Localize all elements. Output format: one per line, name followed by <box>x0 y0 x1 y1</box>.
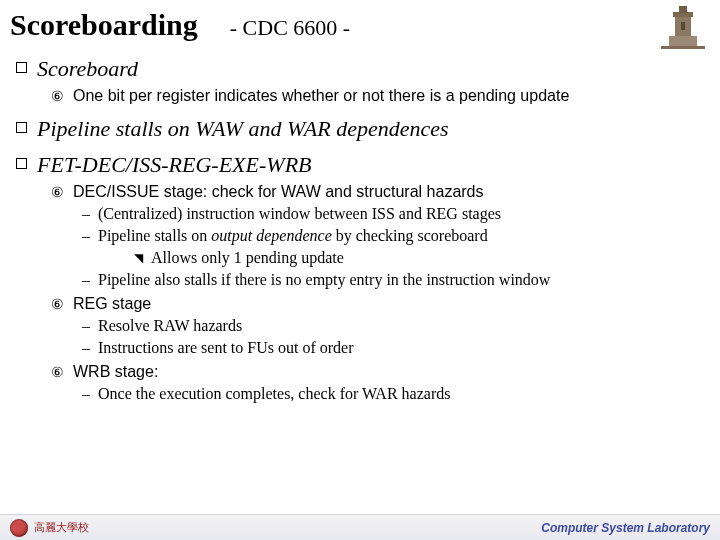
dash-item-text: (Centralized) instruction window between… <box>98 204 501 224</box>
dash-bullet-icon: – <box>82 226 90 246</box>
footer-right-text: Computer System Laboratory <box>541 521 710 535</box>
tri-item: ◥Allows only 1 pending update <box>134 248 710 268</box>
dash-bullet-icon: – <box>82 338 90 358</box>
footer: 高麗大學校 Computer System Laboratory <box>0 514 720 540</box>
crest-icon <box>10 519 28 537</box>
page-title: Scoreboarding <box>10 8 198 42</box>
dash-item-text: Instructions are sent to FUs out of orde… <box>98 338 354 358</box>
triangle-bullet-icon: ◥ <box>134 248 143 268</box>
heading-text: Scoreboard <box>37 56 138 82</box>
content: Scoreboard⑥One bit per register indicate… <box>10 56 710 404</box>
dash-item: –Pipeline also stalls if there is no emp… <box>82 270 710 290</box>
svg-rect-0 <box>661 46 705 49</box>
tower-icon <box>660 4 706 50</box>
sub-item: ⑥WRB stage: <box>50 362 710 382</box>
dash-item-text: Pipeline stalls on output dependence by … <box>98 226 488 246</box>
sub-item-text: DEC/ISSUE stage: check for WAW and struc… <box>73 182 484 202</box>
dash-item-text: Once the execution completes, check for … <box>98 384 450 404</box>
footer-left: 高麗大學校 <box>10 519 89 537</box>
section-heading: Scoreboard <box>16 56 710 82</box>
section-heading: FET-DEC/ISS-REG-EXE-WRB <box>16 152 710 178</box>
dash-item: –(Centralized) instruction window betwee… <box>82 204 710 224</box>
title-row: Scoreboarding - CDC 6600 - <box>10 8 710 46</box>
circled-bullet-icon: ⑥ <box>50 362 65 382</box>
sub-item-text: One bit per register indicates whether o… <box>73 86 569 106</box>
heading-text: FET-DEC/ISS-REG-EXE-WRB <box>37 152 312 178</box>
svg-rect-5 <box>681 22 685 30</box>
section-heading: Pipeline stalls on WAW and WAR dependenc… <box>16 116 710 142</box>
svg-rect-1 <box>669 36 697 46</box>
slide: Scoreboarding - CDC 6600 - Scoreboard⑥On… <box>0 0 720 446</box>
sub-item-text: REG stage <box>73 294 151 314</box>
dash-item: –Once the execution completes, check for… <box>82 384 710 404</box>
dash-bullet-icon: – <box>82 384 90 404</box>
tri-item-text: Allows only 1 pending update <box>151 248 344 268</box>
dash-bullet-icon: – <box>82 270 90 290</box>
square-bullet-icon <box>16 122 27 133</box>
dash-item: –Resolve RAW hazards <box>82 316 710 336</box>
square-bullet-icon <box>16 62 27 73</box>
circled-bullet-icon: ⑥ <box>50 86 65 106</box>
circled-bullet-icon: ⑥ <box>50 294 65 314</box>
dash-bullet-icon: – <box>82 316 90 336</box>
svg-rect-4 <box>679 6 687 13</box>
dash-item: –Instructions are sent to FUs out of ord… <box>82 338 710 358</box>
footer-left-text: 高麗大學校 <box>34 520 89 535</box>
sub-item: ⑥DEC/ISSUE stage: check for WAW and stru… <box>50 182 710 202</box>
sub-item: ⑥REG stage <box>50 294 710 314</box>
heading-text: Pipeline stalls on WAW and WAR dependenc… <box>37 116 449 142</box>
sub-item: ⑥One bit per register indicates whether … <box>50 86 710 106</box>
square-bullet-icon <box>16 158 27 169</box>
sub-item-text: WRB stage: <box>73 362 158 382</box>
dash-bullet-icon: – <box>82 204 90 224</box>
circled-bullet-icon: ⑥ <box>50 182 65 202</box>
dash-item-text: Pipeline also stalls if there is no empt… <box>98 270 550 290</box>
dash-item-text: Resolve RAW hazards <box>98 316 242 336</box>
dash-item: –Pipeline stalls on output dependence by… <box>82 226 710 246</box>
page-subtitle: - CDC 6600 - <box>230 15 350 41</box>
